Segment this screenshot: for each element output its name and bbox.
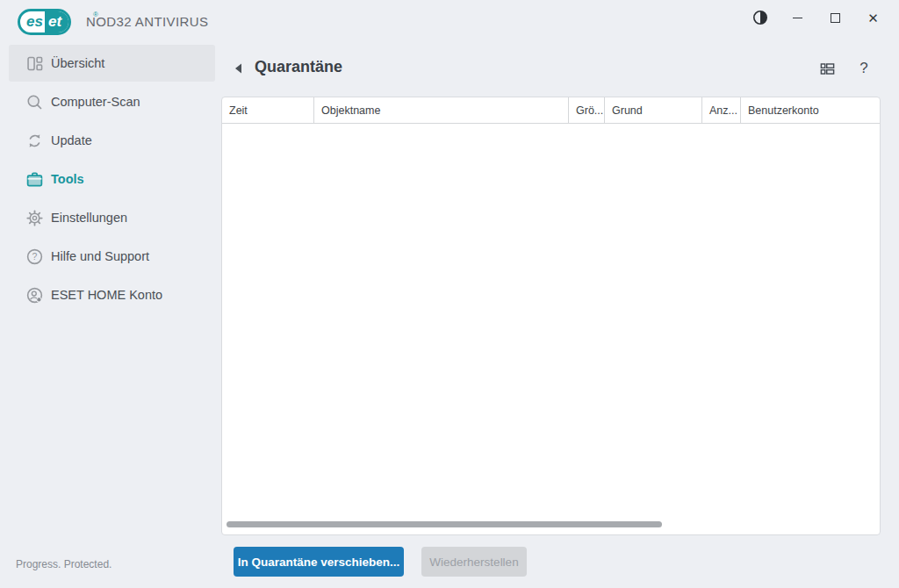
help-icon[interactable]: ? <box>853 58 874 79</box>
minimize-icon <box>793 18 802 18</box>
sidebar-item-eset-home-konto[interactable]: ESET HOME Konto <box>0 276 219 314</box>
action-button-row: In Quarantäne verschieben... Wiederherst… <box>221 547 881 577</box>
briefcase-icon <box>25 169 44 189</box>
sidebar-item-computer-scan[interactable]: Computer-Scan <box>0 82 219 121</box>
eset-logo: es et ® <box>18 9 71 35</box>
gear-icon <box>25 208 44 227</box>
sidebar-item-label: Update <box>51 133 92 147</box>
refresh-icon <box>25 131 44 150</box>
sidebar-item-einstellungen[interactable]: Einstellungen <box>0 198 219 237</box>
account-icon <box>25 285 44 305</box>
quarantine-table-panel: Zeit Objektname Grö... Grund Anz... Benu… <box>221 97 881 535</box>
back-arrow-icon <box>234 63 243 74</box>
overview-dashboard-icon <box>25 54 44 73</box>
column-header-groesse[interactable]: Grö... <box>569 97 605 123</box>
close-icon: ✕ <box>867 11 879 25</box>
theme-toggle-icon[interactable] <box>741 2 779 33</box>
column-header-anzahl[interactable]: Anz... <box>702 97 741 123</box>
main-header: Quarantäne ? <box>221 53 881 88</box>
svg-text:?: ? <box>32 251 37 262</box>
header-icons: ? <box>816 58 874 79</box>
maximize-button[interactable] <box>816 2 854 33</box>
eset-logo-text-filled: et <box>45 11 68 32</box>
eset-logo-pill: es et <box>18 9 71 35</box>
sidebar-item-uebersicht[interactable]: Übersicht <box>0 44 219 82</box>
sidebar: Übersicht Computer-Scan Update <box>0 44 219 314</box>
status-text: Progress. Protected. <box>16 558 111 570</box>
details-view-icon[interactable] <box>816 58 838 79</box>
help-circle-icon: ? <box>25 247 44 266</box>
search-icon <box>25 92 44 111</box>
help-glyph: ? <box>859 60 867 77</box>
table-body-empty <box>222 124 880 534</box>
sidebar-item-label: Hilfe und Support <box>51 249 149 263</box>
sidebar-item-hilfe-und-support[interactable]: ? Hilfe und Support <box>0 237 219 276</box>
sidebar-item-label: Einstellungen <box>51 211 127 225</box>
window-controls: ✕ <box>741 0 892 35</box>
product-name: NOD32 ANTIVIRUS <box>86 14 208 29</box>
close-button[interactable]: ✕ <box>854 2 892 33</box>
table-header-row: Zeit Objektname Grö... Grund Anz... Benu… <box>222 97 880 124</box>
sidebar-item-label: Computer-Scan <box>51 95 140 109</box>
eset-logo-text-outline: es <box>26 13 45 31</box>
back-button[interactable] <box>230 60 248 77</box>
column-header-zeit[interactable]: Zeit <box>222 97 314 123</box>
page-title: Quarantäne <box>255 58 342 76</box>
column-header-objektname[interactable]: Objektname <box>314 97 569 123</box>
sidebar-item-label: ESET HOME Konto <box>51 288 162 302</box>
horizontal-scrollbar[interactable] <box>227 521 662 527</box>
sidebar-item-update[interactable]: Update <box>0 121 219 160</box>
sidebar-item-tools[interactable]: Tools <box>0 160 219 198</box>
sidebar-item-label: Tools <box>51 172 84 186</box>
restore-button[interactable]: Wiederherstellen <box>421 547 527 577</box>
sidebar-item-label: Übersicht <box>51 56 104 70</box>
column-header-grund[interactable]: Grund <box>605 97 702 123</box>
maximize-icon <box>831 13 840 23</box>
column-header-benutzerkonto[interactable]: Benutzerkonto <box>741 97 880 123</box>
titlebar: es et ® NOD32 ANTIVIRUS ✕ <box>0 0 899 44</box>
move-to-quarantine-button[interactable]: In Quarantäne verschieben... <box>234 547 404 577</box>
minimize-button[interactable] <box>779 2 816 33</box>
